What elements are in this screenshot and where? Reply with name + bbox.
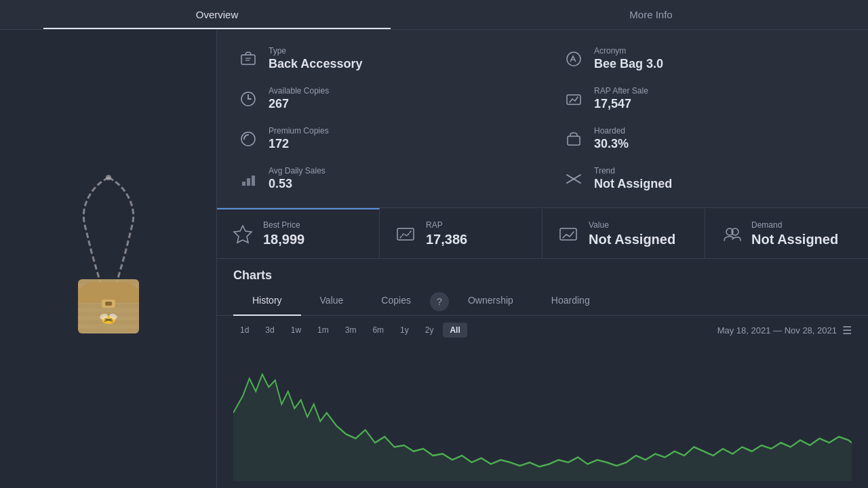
stat-available-copies: Available Copies 267 (237, 82, 522, 115)
time-btn-all[interactable]: All (443, 323, 467, 338)
svg-rect-20 (242, 182, 245, 186)
value-label: Value (589, 220, 675, 230)
demand-value: Not Assigned (751, 232, 838, 247)
stat-type: Type Back Accessory (237, 42, 522, 75)
item-image: GG (34, 171, 183, 347)
hoarded-icon (563, 128, 585, 150)
time-btn-6m[interactable]: 6m (366, 323, 391, 338)
top-navigation: Overview More Info (0, 0, 868, 30)
time-btn-1y[interactable]: 1y (393, 323, 416, 338)
svg-point-0 (106, 175, 111, 180)
price-cards: Best Price 18,999 RAP 17,386 (217, 208, 868, 259)
date-range-menu-icon[interactable]: ☰ (842, 324, 852, 337)
value-value: Not Assigned (589, 232, 675, 247)
acronym-value: Bee Bag 3.0 (594, 57, 663, 71)
trend-label: Trend (594, 166, 672, 176)
avg-daily-sales-icon (237, 168, 259, 190)
stat-avg-daily-sales: Avg Daily Sales 0.53 (237, 162, 522, 195)
stat-rap-after-sale: RAP After Sale 17,547 (563, 82, 848, 115)
stat-premium-copies: Premium Copies 172 (237, 122, 522, 155)
demand-label: Demand (751, 220, 838, 230)
chart-info-icon[interactable]: ? (430, 292, 449, 311)
time-btn-1w[interactable]: 1w (284, 323, 308, 338)
tab-overview[interactable]: Overview (0, 0, 434, 29)
time-btn-1d[interactable]: 1d (233, 323, 256, 338)
available-copies-value: 267 (269, 97, 329, 111)
svg-rect-11 (241, 55, 255, 64)
time-btn-3d[interactable]: 3d (258, 323, 281, 338)
chart-area (217, 344, 868, 488)
time-btn-1m[interactable]: 1m (311, 323, 336, 338)
svg-point-14 (567, 52, 580, 66)
stat-acronym: Acronym Bee Bag 3.0 (563, 42, 848, 75)
chart-tab-history[interactable]: History (233, 288, 301, 315)
hoarded-value: 30.3% (594, 137, 629, 151)
charts-title: Charts (217, 259, 868, 283)
acronym-label: Acronym (594, 46, 663, 56)
hoarded-label: Hoarded (594, 126, 629, 136)
trend-value: Not Assigned (594, 177, 672, 191)
available-copies-icon (237, 88, 259, 110)
svg-rect-4 (105, 302, 112, 306)
type-icon (237, 48, 259, 70)
stat-trend: Trend Not Assigned (563, 162, 848, 195)
chart-tabs: History Value Copies ? Ownership Hoardin… (217, 288, 868, 316)
svg-rect-22 (252, 176, 255, 186)
item-image-panel: GG (0, 30, 217, 488)
svg-rect-19 (568, 136, 580, 145)
premium-copies-value: 172 (269, 137, 329, 151)
available-copies-label: Available Copies (269, 86, 329, 96)
rap-icon (393, 222, 418, 246)
rap-after-sale-value: 17,547 (594, 97, 648, 111)
best-price-label: Best Price (263, 220, 304, 230)
premium-copies-label: Premium Copies (269, 126, 329, 136)
demand-icon (719, 222, 743, 246)
time-btn-3m[interactable]: 3m (338, 323, 363, 338)
right-panel: Type Back Accessory Acronym Bee Bag 3.0 (217, 30, 868, 488)
best-price-card[interactable]: Best Price 18,999 (217, 208, 380, 258)
svg-marker-25 (234, 226, 252, 243)
chart-tab-copies[interactable]: Copies (362, 288, 430, 315)
rap-after-sale-icon (563, 88, 585, 110)
best-price-value: 18,999 (263, 232, 304, 247)
best-price-icon (231, 222, 255, 246)
type-value: Back Accessory (269, 57, 362, 71)
demand-card[interactable]: Demand Not Assigned (705, 208, 868, 258)
rap-card[interactable]: RAP 17,386 (380, 208, 542, 258)
overview-section: Type Back Accessory Acronym Bee Bag 3.0 (217, 30, 868, 208)
value-icon (556, 222, 580, 246)
svg-rect-21 (247, 178, 250, 186)
chart-tab-value[interactable]: Value (301, 288, 363, 315)
trend-icon (563, 168, 585, 190)
value-card[interactable]: Value Not Assigned (542, 208, 705, 258)
avg-daily-sales-label: Avg Daily Sales (269, 166, 326, 176)
stat-hoarded: Hoarded 30.3% (563, 122, 848, 155)
rap-label: RAP (426, 220, 467, 230)
premium-copies-icon (237, 128, 259, 150)
rap-value: 17,386 (426, 232, 467, 247)
charts-section: Charts History Value Copies ? Ownership … (217, 259, 868, 488)
time-btn-2y[interactable]: 2y (418, 323, 441, 338)
rap-after-sale-label: RAP After Sale (594, 86, 648, 96)
acronym-icon (563, 48, 585, 70)
avg-daily-sales-value: 0.53 (269, 177, 326, 191)
type-label: Type (269, 46, 362, 56)
main-content: GG Type Bac (0, 30, 868, 488)
chart-tab-hoarding[interactable]: Hoarding (532, 288, 609, 315)
date-range-text: May 18, 2021 — Nov 28, 2021 (717, 325, 837, 336)
date-range: May 18, 2021 — Nov 28, 2021 ☰ (717, 324, 852, 337)
time-range-bar: 1d 3d 1w 1m 3m 6m 1y 2y All May 18, 2021… (217, 316, 868, 344)
chart-tab-ownership[interactable]: Ownership (449, 288, 532, 315)
tab-more-info[interactable]: More Info (434, 0, 868, 29)
